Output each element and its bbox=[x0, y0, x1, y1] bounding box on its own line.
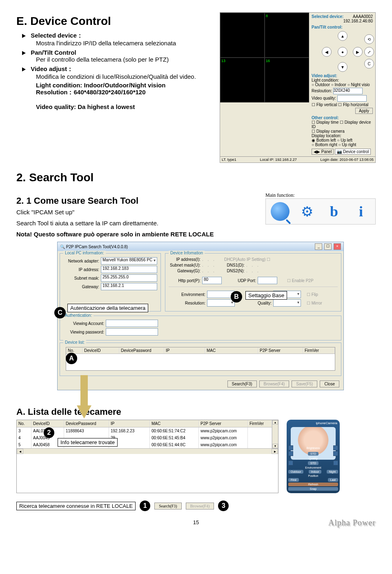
refresh-button[interactable]: Refresh bbox=[288, 483, 338, 486]
resolution-select[interactable]: 320X240 bbox=[333, 88, 363, 94]
video-cell[interactable] bbox=[220, 13, 265, 58]
callout-2-circle: 2 bbox=[44, 427, 54, 438]
network-adapter-select[interactable]: Marvell Yukon 88E8056 PC bbox=[101, 257, 157, 265]
subnet-mask-input[interactable]: 255.255.255.0 bbox=[101, 274, 157, 282]
video-cell[interactable]: 16 bbox=[265, 58, 309, 102]
enable-p2p-checkbox[interactable]: ☐ Enable P2P bbox=[287, 278, 314, 283]
mirror-checkbox[interactable]: ☐ Mirror bbox=[307, 301, 322, 305]
flip-checkbox[interactable]: ☐ Flip bbox=[307, 292, 318, 297]
udp-port-input[interactable] bbox=[258, 277, 277, 284]
dev-subnet-input[interactable]: . . . bbox=[202, 263, 216, 267]
phone-minus-button[interactable] bbox=[288, 461, 293, 465]
phone-minus-button[interactable] bbox=[288, 451, 293, 456]
loc-up-right-radio[interactable]: ○ Up right bbox=[339, 142, 356, 147]
col-ip[interactable]: IP bbox=[164, 347, 205, 354]
indoor-button[interactable]: Indoor bbox=[309, 470, 322, 474]
flip-horizontal-checkbox[interactable]: ☐ Flip horizontal bbox=[338, 102, 368, 107]
table-row[interactable]: 5 AAJ0458 26 00:60:6E:51:44:8C www.p2pip… bbox=[17, 441, 272, 448]
col-mac[interactable]: MAC bbox=[205, 347, 258, 354]
horizontal-scrollbar[interactable] bbox=[23, 449, 272, 454]
panel-tab-button[interactable]: ◀▶ Panel bbox=[312, 149, 334, 155]
col-p2p[interactable]: P2P Server bbox=[258, 347, 303, 354]
ptz-down-button[interactable]: ▼ bbox=[338, 62, 347, 72]
ip-address-label: IP address: bbox=[63, 267, 99, 272]
vertical-scrollbar[interactable]: ▴▾ bbox=[272, 420, 278, 448]
viewing-account-input[interactable] bbox=[106, 320, 158, 327]
apply-button[interactable]: Apply bbox=[355, 108, 373, 114]
ptz-center-button[interactable]: ● bbox=[338, 47, 347, 57]
col-p2p[interactable]: P2P Server bbox=[199, 420, 248, 427]
col-firmver[interactable]: FirmVer bbox=[303, 347, 335, 354]
col-no[interactable]: No. bbox=[17, 420, 31, 427]
night-button[interactable]: Night bbox=[327, 470, 338, 474]
table-row[interactable]: 3 AAL01057 11888643 192.168.2.23 00:60:6… bbox=[17, 427, 272, 434]
video-cell[interactable]: 8 bbox=[265, 13, 309, 58]
first-button[interactable]: First bbox=[288, 478, 299, 482]
dev-ip-input[interactable]: . . . bbox=[202, 257, 216, 262]
http-port-input[interactable]: 80 bbox=[202, 277, 222, 284]
last-button[interactable]: Last bbox=[328, 478, 338, 482]
authentication-legend: Authentication: bbox=[63, 313, 94, 318]
col-no[interactable]: No. bbox=[66, 347, 82, 354]
ptz-aux-button[interactable]: ⤢ bbox=[364, 47, 374, 57]
ptz-left-button[interactable]: ◀ bbox=[322, 47, 332, 57]
ip-address-input[interactable]: 192.168.2.183 bbox=[101, 266, 157, 273]
search-icon[interactable] bbox=[271, 202, 290, 221]
light-night-radio[interactable]: ○ Night visio bbox=[347, 82, 370, 87]
outdoor-button[interactable]: Outdoor bbox=[288, 470, 303, 474]
minimize-button[interactable]: _ bbox=[315, 243, 322, 250]
scroll-right-button[interactable]: ▸ bbox=[272, 449, 278, 454]
section-2-heading: 2. Search Tool bbox=[16, 171, 376, 184]
col-ip[interactable]: IP bbox=[109, 420, 150, 427]
light-outdoor-radio[interactable]: ○ Outdoor bbox=[312, 82, 330, 87]
video-quality-select[interactable] bbox=[337, 95, 367, 102]
phone-plus-button[interactable] bbox=[333, 445, 338, 450]
ptz-aux-button[interactable]: C bbox=[364, 59, 374, 69]
ptz-right-button[interactable]: ▶ bbox=[353, 47, 363, 57]
gateway-input[interactable]: 192.168.2.1 bbox=[101, 283, 157, 290]
search-button[interactable]: Search(F3) bbox=[227, 380, 257, 387]
table-row[interactable]: 4 AAJ0045 29 00:60:6E:51:45:B4 www.p2pip… bbox=[17, 434, 272, 441]
maximize-button[interactable]: ☐ bbox=[324, 243, 332, 250]
loc-up-left-radio[interactable]: ○ Up left bbox=[337, 138, 352, 142]
col-password[interactable]: DevicePassword bbox=[64, 420, 109, 427]
scroll-left-button[interactable]: ◂ bbox=[17, 449, 23, 454]
selected-device-ip: 192.168.2.46:80 bbox=[312, 19, 373, 23]
browse-f4-button[interactable]: Browse(F4) bbox=[186, 503, 214, 509]
col-deviceid[interactable]: DeviceID bbox=[82, 347, 119, 354]
browse-button[interactable]: Browse(F4) bbox=[259, 380, 290, 387]
phone-minus-button[interactable] bbox=[288, 445, 293, 450]
resolution-select[interactable] bbox=[207, 299, 235, 307]
dns1-input[interactable]: . . . bbox=[246, 263, 260, 267]
viewing-password-input[interactable] bbox=[106, 328, 158, 336]
col-firmver[interactable]: FirmVer bbox=[248, 420, 272, 427]
loc-bottom-right-radio[interactable]: ○ Bottom right bbox=[312, 142, 337, 147]
ptz-aux-button[interactable]: ⟲ bbox=[364, 34, 374, 44]
close-button[interactable]: Close bbox=[320, 380, 339, 387]
col-mac[interactable]: MAC bbox=[150, 420, 199, 427]
dhcp-checkbox[interactable]: DHCP(Auto IP Setting) ☐ bbox=[224, 257, 270, 262]
browse-icon[interactable]: b bbox=[325, 202, 343, 221]
save-button[interactable]: Save(F5) bbox=[292, 380, 317, 387]
device-info-fieldset: Device Infomation IP address(I):. . . Su… bbox=[165, 253, 341, 311]
video-cell[interactable]: 13 bbox=[220, 58, 265, 102]
quality-select[interactable] bbox=[273, 299, 301, 307]
loc-bottom-left-radio[interactable]: ◉ Bottom left bbox=[312, 138, 336, 142]
ptz-up-button[interactable]: ▲ bbox=[338, 31, 347, 41]
display-time-checkbox[interactable]: ☐ Display time bbox=[312, 120, 339, 125]
close-button[interactable]: × bbox=[334, 243, 341, 250]
light-indoor-radio[interactable]: ○ Indoor bbox=[331, 82, 346, 87]
info-icon[interactable]: i bbox=[352, 202, 370, 221]
dev-gateway-input[interactable]: . . . bbox=[202, 269, 216, 273]
snap-button[interactable]: Snap bbox=[288, 487, 338, 491]
search-f3-button[interactable]: Search(F3) bbox=[154, 503, 181, 509]
phone-plus-button[interactable] bbox=[333, 461, 338, 465]
display-camera-checkbox[interactable]: ☐ Display camera bbox=[312, 129, 345, 133]
col-deviceid[interactable]: DeviceID bbox=[31, 420, 64, 427]
col-password[interactable]: DevicePassword bbox=[119, 347, 164, 354]
settings-icon[interactable]: ⚙ bbox=[298, 202, 316, 221]
phone-plus-button[interactable] bbox=[333, 451, 338, 456]
device-control-tab-button[interactable]: 📷 Device control bbox=[335, 149, 371, 155]
flip-vertical-checkbox[interactable]: ☐ Flip vertical bbox=[312, 102, 337, 107]
dns2-input[interactable]: . . . bbox=[246, 269, 260, 273]
